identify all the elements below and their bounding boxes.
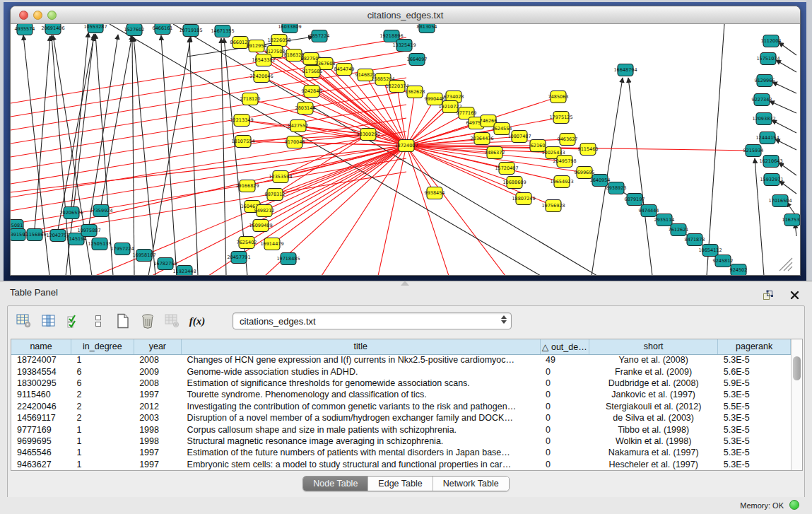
graph-node[interactable]: 8471878 (685, 234, 705, 246)
graph-node[interactable]: 4935574 (15, 24, 35, 35)
window-titlebar[interactable]: citations_edges.txt (11, 6, 800, 24)
tab-edge-table[interactable]: Edge Table (368, 477, 433, 491)
graph-node[interactable]: 19756928 (541, 200, 565, 212)
tab-node-table[interactable]: Node Table (303, 477, 368, 491)
graph-node[interactable]: 16210643 (759, 156, 782, 168)
table-row[interactable]: 1456911722003Disruption of a novel membe… (11, 412, 791, 424)
graph-node[interactable]: 16782759 (153, 258, 177, 270)
column-header-pagerank[interactable]: pagerank (718, 339, 791, 354)
graph-node[interactable]: 10719185 (179, 25, 202, 37)
graph-node[interactable]: 2803144 (295, 103, 316, 115)
table-row[interactable]: 2242004622012Investigating the contribut… (11, 401, 791, 412)
graph-node[interactable]: 9938454 (425, 187, 445, 199)
column-header-name[interactable]: name (11, 339, 71, 354)
column-header-title[interactable]: title (182, 339, 540, 354)
graph-node[interactable]: 1362628 (405, 86, 425, 98)
graph-node[interactable]: 9699695 (575, 167, 595, 179)
column-header-short[interactable]: short (589, 339, 718, 354)
show-columns-icon[interactable] (40, 312, 58, 330)
graph-node[interactable]: 18226058 (267, 35, 290, 47)
graph-node[interactable]: 15720407 (495, 163, 518, 175)
graph-node[interactable]: 1664097 (407, 54, 428, 66)
table-row[interactable]: 946362711997Embryonic stem cells: a mode… (11, 459, 791, 470)
row-height-icon[interactable] (89, 312, 107, 330)
graph-node[interactable]: 17359924 (89, 205, 112, 217)
close-panel-icon[interactable] (785, 286, 804, 304)
graph-node[interactable]: 9242848 (302, 86, 322, 98)
column-header-year[interactable]: year (134, 339, 181, 354)
table-row[interactable]: 946554611997Estimation of the future num… (11, 447, 791, 458)
function-builder-icon[interactable]: f(x) (188, 312, 206, 330)
graph-node[interactable]: 9115460 (578, 144, 599, 156)
graph-node[interactable]: 20691406 (41, 24, 64, 35)
graph-node[interactable]: 17975125 (549, 112, 572, 124)
new-table-icon[interactable] (114, 312, 132, 330)
graph-node[interactable]: 924502 (730, 264, 748, 276)
graph-node[interactable]: 9474444 (639, 205, 659, 217)
graph-node[interactable]: 8454749 (334, 64, 355, 76)
graph-node[interactable]: 7857224 (310, 30, 330, 42)
graph-node[interactable]: 6879197 (625, 194, 645, 206)
graph-node[interactable]: 14671355 (211, 25, 234, 37)
graph-node[interactable]: 9990448 (425, 93, 445, 105)
graph-node[interactable]: 9129966 (755, 75, 775, 87)
table-row[interactable]: 977716911998Corpus callosum shape and si… (11, 424, 791, 435)
graph-node[interactable]: 8813054 (417, 24, 437, 33)
scrollbar-thumb[interactable] (793, 356, 801, 380)
graph-node[interactable]: 12093832 (752, 113, 775, 125)
graph-node[interactable]: 19654923 (550, 176, 573, 188)
graph-node[interactable]: 6466161 (153, 24, 173, 35)
table-row[interactable]: 1938455462009Genome-wide association stu… (11, 366, 791, 377)
table-row[interactable]: 1872400712008Changes of HCN gene express… (11, 354, 791, 366)
graph-node[interactable]: 15932971 (760, 174, 783, 186)
table-selector-dropdown[interactable]: citations_edges.txt (233, 313, 512, 329)
select-columns-icon[interactable] (64, 312, 83, 330)
graph-node[interactable]: 9175685 (302, 66, 323, 78)
graph-node[interactable]: 12213349 (230, 115, 253, 127)
graph-node[interactable]: 19718485 (276, 253, 300, 265)
graph-node[interactable]: 3624554 (492, 123, 512, 135)
graph-node[interactable]: 1527602 (124, 24, 145, 36)
graph-node[interactable]: 9227343 (752, 94, 772, 106)
graph-node[interactable]: 10553287 (83, 24, 107, 33)
graph-node[interactable]: 9170046 (285, 136, 305, 148)
graph-node[interactable]: 1640954 (590, 175, 611, 187)
table-row[interactable]: 911546021997Tourette syndrome. Phenomeno… (11, 389, 791, 400)
graph-node[interactable]: 7612621 (669, 224, 689, 236)
graph-node[interactable]: 7485063 (548, 91, 569, 103)
graph-node[interactable]: 1112004 (761, 35, 782, 47)
graph-node[interactable]: 20206576 (59, 207, 83, 219)
graph-node[interactable]: 7486372 (485, 147, 505, 159)
graph-node[interactable]: 9463627 (558, 134, 578, 146)
graph-node[interactable]: 8912954 (247, 40, 267, 52)
network-canvas[interactable]: 1872400718300295866012389129541822605891… (11, 24, 800, 276)
graph-node[interactable]: 8215934 (743, 145, 764, 157)
graph-node[interactable]: 12444154 (755, 132, 779, 144)
graph-node[interactable]: 8938923 (606, 182, 627, 194)
memory-ok-indicator-icon[interactable] (789, 500, 799, 510)
column-header-in_degree[interactable]: in_degree (71, 339, 134, 354)
delete-rows-icon[interactable] (139, 312, 157, 330)
citation-network-graph[interactable]: 1872400718300295866012389129541822605891… (11, 24, 800, 276)
graph-node[interactable]: 18807249 (512, 193, 535, 205)
graph-node[interactable]: 16648794 (613, 64, 637, 76)
table-row[interactable]: 969969511998Structural magnetic resonanc… (11, 436, 791, 447)
graph-node[interactable]: 8878312 (265, 189, 286, 201)
vertical-scrollbar[interactable] (791, 339, 802, 470)
graph-node[interactable]: 9245812 (713, 255, 734, 267)
graph-node[interactable]: 2935114 (654, 214, 675, 226)
network-view-window[interactable]: citations_edges.txt 18724007183002958660… (10, 6, 801, 276)
graph-node[interactable]: 5498212 (254, 205, 275, 217)
graph-node[interactable]: 2718120 (240, 93, 261, 105)
graph-node[interactable]: 7625402 (237, 237, 257, 249)
graph-node[interactable]: 17957224 (110, 243, 134, 255)
node-table[interactable]: namein_degreeyeartitle△ out_de…shortpage… (11, 339, 791, 470)
table-row[interactable]: 1830029562008Estimation of significance … (11, 378, 791, 389)
table-settings-icon[interactable] (15, 312, 33, 330)
graph-node[interactable]: 12505135 (88, 238, 111, 250)
graph-node[interactable]: 11156869 (23, 229, 46, 241)
graph-node[interactable]: 8427552 (288, 120, 309, 132)
column-header-out_de[interactable]: △ out_de… (540, 339, 589, 354)
graph-node[interactable]: 16958107 (132, 250, 155, 262)
float-panel-icon[interactable] (758, 286, 777, 304)
